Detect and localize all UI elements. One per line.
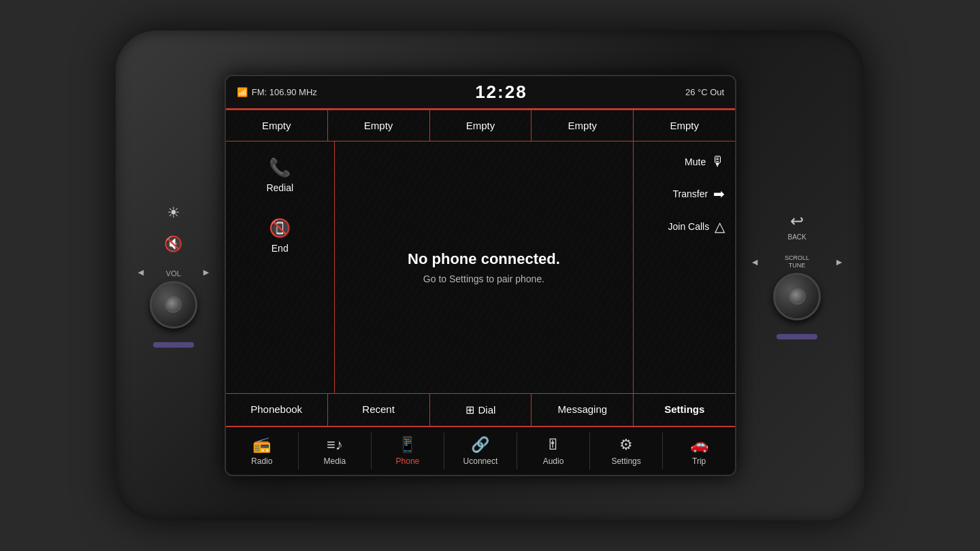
nav-media[interactable]: ≡♪ Media: [299, 433, 372, 469]
radio-status: 📶 FM: 106.90 MHz: [237, 87, 317, 97]
tune-left-arrow: ◄: [750, 256, 760, 267]
right-action-panel: Mute 🎙 Transfer ➡ Join Calls △: [633, 141, 735, 393]
join-calls-button[interactable]: Join Calls △: [640, 213, 728, 240]
left-side-controls: ☀ 🔇 ◄ VOL ►: [136, 204, 211, 348]
transfer-button[interactable]: Transfer ➡: [640, 180, 728, 207]
status-bar: 📶 FM: 106.90 MHz 12:28 26 °C Out: [226, 76, 735, 110]
back-button-container: ↩ BACK: [787, 212, 806, 241]
mute-button[interactable]: Mute 🎙: [640, 148, 728, 175]
no-phone-title: No phone connected.: [408, 250, 560, 268]
dial-label: Dial: [478, 404, 496, 416]
tune-knob[interactable]: [773, 273, 821, 320]
end-icon: 📵: [269, 218, 291, 239]
scroll-tune-label: SCROLL TUNE: [780, 254, 814, 269]
phone-nav-icon: 📱: [398, 436, 416, 454]
trip-nav-label: Trip: [692, 456, 706, 466]
right-bezel-light: [777, 334, 817, 339]
vol-section: ◄ VOL ►: [136, 267, 211, 329]
tune-knob-inner: [789, 288, 806, 305]
messaging-button[interactable]: Messaging: [532, 394, 634, 426]
brightness-icon[interactable]: ☀: [167, 204, 180, 222]
quick-slot-5[interactable]: Empty: [634, 110, 735, 141]
redial-icon: 📞: [269, 157, 291, 178]
center-content: No phone connected. Go to Settings to pa…: [335, 141, 633, 393]
vol-up-arrow: ►: [201, 267, 211, 278]
nav-bar: 📻 Radio ≡♪ Media 📱 Phone 🔗 Uconnect 🎚 Au…: [226, 426, 735, 475]
mute-icon: 🎙: [711, 154, 725, 169]
quick-slot-2[interactable]: Empty: [328, 110, 430, 141]
tune-right-arrow: ►: [834, 256, 844, 267]
trip-nav-icon: 🚗: [690, 436, 708, 454]
nav-trip[interactable]: 🚗 Trip: [663, 433, 735, 469]
settings-phone-button[interactable]: Settings: [634, 394, 735, 426]
uconnect-nav-icon: 🔗: [471, 436, 489, 454]
main-content-area: 📞 Redial 📵 End No phone connected. Go to…: [226, 141, 735, 393]
join-calls-icon: △: [715, 218, 725, 235]
transfer-label: Transfer: [673, 188, 708, 199]
dial-button[interactable]: ⊞ Dial: [430, 394, 532, 426]
quick-slot-1[interactable]: Empty: [226, 110, 328, 141]
phone-nav-label: Phone: [396, 456, 420, 466]
redial-label: Redial: [266, 182, 293, 193]
dial-grid-icon: ⊞: [466, 403, 474, 416]
nav-radio[interactable]: 📻 Radio: [226, 433, 299, 469]
right-side-controls: ↩ BACK ◄ SCROLL TUNE ►: [750, 212, 844, 339]
uconnect-nav-label: Uconnect: [463, 456, 498, 466]
temperature-display: 26 °C Out: [685, 87, 724, 97]
no-phone-subtitle: Go to Settings to pair phone.: [423, 273, 544, 284]
media-nav-icon: ≡♪: [327, 436, 343, 454]
back-label: BACK: [787, 233, 806, 241]
nav-settings[interactable]: ⚙ Settings: [590, 433, 663, 469]
vol-label: VOL: [166, 269, 181, 278]
infotainment-screen: 📶 FM: 106.90 MHz 12:28 26 °C Out Empty E…: [225, 75, 736, 476]
transfer-icon: ➡: [713, 186, 725, 202]
media-nav-label: Media: [323, 456, 346, 466]
end-button[interactable]: 📵 End: [233, 212, 327, 259]
radio-nav-label: Radio: [251, 456, 272, 466]
quick-slot-3[interactable]: Empty: [430, 110, 532, 141]
quick-slot-4[interactable]: Empty: [532, 110, 634, 141]
back-icon[interactable]: ↩: [790, 212, 804, 231]
radio-wave-icon: 📶: [237, 87, 248, 97]
nav-uconnect[interactable]: 🔗 Uconnect: [444, 433, 517, 469]
radio-nav-icon: 📻: [252, 436, 271, 454]
left-bezel-light: [153, 342, 194, 348]
phonebook-button[interactable]: Phonebook: [226, 394, 328, 426]
mute-speaker-icon[interactable]: 🔇: [164, 235, 182, 253]
radio-frequency: FM: 106.90 MHz: [252, 87, 317, 97]
join-calls-label: Join Calls: [668, 221, 709, 232]
scroll-tune-section: ◄ SCROLL TUNE ►: [750, 254, 844, 320]
quick-access-bar: Empty Empty Empty Empty Empty: [226, 110, 735, 141]
nav-phone[interactable]: 📱 Phone: [372, 433, 444, 469]
end-label: End: [272, 243, 289, 254]
nav-audio[interactable]: 🎚 Audio: [517, 433, 590, 469]
settings-nav-label: Settings: [611, 456, 640, 466]
left-action-panel: 📞 Redial 📵 End: [226, 141, 335, 393]
audio-nav-label: Audio: [543, 456, 564, 466]
mute-label: Mute: [685, 156, 706, 167]
knob-inner: [165, 296, 182, 313]
vol-down-arrow: ◄: [136, 267, 146, 278]
audio-nav-icon: 🎚: [546, 436, 561, 454]
recent-button[interactable]: Recent: [328, 394, 430, 426]
car-bezel: ☀ 🔇 ◄ VOL ► 📶 FM: 106.90 MHz 12:28 26 °C…: [116, 31, 864, 520]
volume-knob[interactable]: [150, 281, 197, 329]
bottom-quick-bar: Phonebook Recent ⊞ Dial Messaging Settin…: [226, 393, 735, 426]
clock-display: 12:28: [475, 82, 527, 103]
settings-nav-icon: ⚙: [619, 436, 633, 454]
redial-button[interactable]: 📞 Redial: [233, 152, 327, 199]
